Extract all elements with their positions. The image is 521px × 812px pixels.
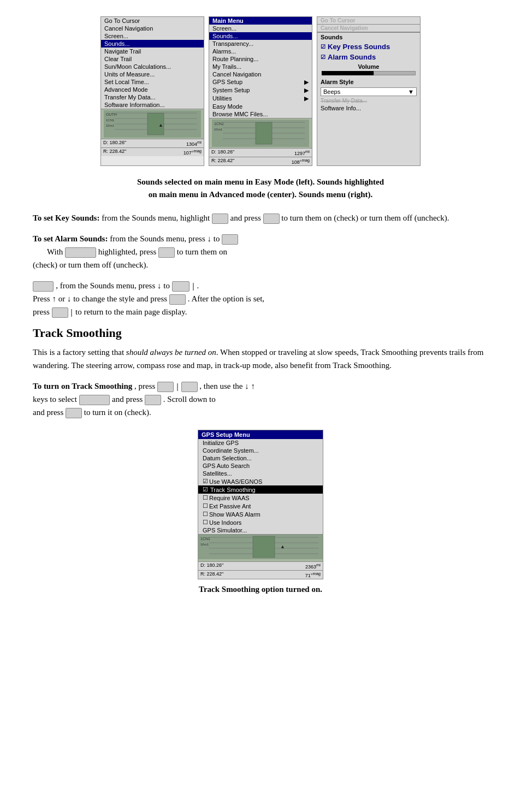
alarm-btn1: [222, 234, 238, 245]
svg-text:▲: ▲: [158, 122, 163, 128]
alarm-highlighted: highlighted, press: [98, 247, 157, 256]
turn-on-btn5: [66, 408, 82, 419]
turn-on-btn3: [79, 395, 110, 406]
alarm-btn2: [65, 247, 96, 258]
gps-item-track-smoothing: ☑ Track Smoothing: [198, 485, 323, 494]
gps-caption: Track Smoothing option turned on.: [33, 585, 488, 594]
caption-line1: Sounds selected on main menu in Easy Mod…: [33, 176, 488, 188]
key-sounds-and-press: and press: [230, 214, 263, 222]
alarm-sounds-checkbox: ☑: [321, 54, 325, 60]
sounds-grayed-cancel: Cancel Navigation: [317, 25, 420, 32]
left-menu-item-units: Units of Measure...: [101, 70, 204, 78]
turn-on-scroll: . Scroll down to: [163, 395, 216, 404]
turn-on-and-press2: and press: [33, 408, 63, 417]
key-sounds-btn1: [212, 214, 228, 224]
left-menu-item-nav: Navigate Trail: [101, 48, 204, 55]
track-smoothing-heading: Track Smoothing: [33, 326, 488, 340]
gps-screenshot-container: GPS Setup Menu Initialize GPS Coordinate…: [33, 430, 488, 579]
track-smoothing-turn-on: To turn on Track Smoothing , press , the…: [33, 380, 488, 419]
key-press-label: Key Press Sounds: [328, 43, 390, 51]
center-menu-item-browse: Browse MMC Files...: [209, 110, 312, 118]
turn-on-btn1: [157, 382, 174, 393]
alarm-sounds-text: from the Sounds menu, press ↓ to: [110, 234, 220, 243]
sounds-title: Sounds: [317, 32, 420, 42]
sounds-alarm: ☑ Alarm Sounds: [317, 52, 420, 62]
turn-on-check: to turn it on (check).: [84, 408, 151, 417]
center-menu-item-transparency: Transparency...: [209, 40, 312, 48]
gps-item-satellites: Satellites...: [198, 470, 323, 477]
center-menu-item-easy: Easy Mode: [209, 103, 312, 110]
gps-item-require-waas: ☐ Require WAAS: [198, 494, 323, 502]
ext-checkbox: ☐: [203, 502, 208, 509]
left-menu-item-sounds: Sounds...: [101, 40, 204, 48]
center-menu-footer: D: 180.26"1297mi: [209, 148, 312, 157]
track-smoothing-item-label: Track Smoothing: [210, 487, 256, 493]
right-sounds-menu: Go To Cursor Cancel Navigation Sounds ☑ …: [317, 16, 421, 166]
center-menu-map: 1CN1 10m1: [209, 118, 312, 148]
alarm-style-label: Alarm Style: [317, 78, 420, 86]
key-sounds-intro: To set Key Sounds:: [33, 214, 99, 222]
gps-item-auto: GPS Auto Search: [198, 462, 323, 470]
key-sounds-section: To set Key Sounds: from the Sounds menu,…: [33, 211, 488, 224]
screenshots-row: Go To Cursor Cancel Navigation Screen...…: [33, 16, 488, 166]
style-sep2: [71, 309, 72, 317]
gps-item-ext: ☐ Ext Passive Ant: [198, 502, 323, 510]
center-menu-item-gps: GPS Setup▶: [209, 78, 312, 86]
turn-on-btn2: [181, 382, 198, 393]
center-menu-screenshot: Main Menu Screen... Sounds... Transparen…: [209, 16, 312, 166]
style-sep1: [193, 283, 194, 291]
svg-text:16m1: 16m1: [200, 543, 209, 546]
svg-text:1CN1: 1CN1: [214, 122, 224, 126]
track-smoothing-italic: should always be turned on: [126, 348, 216, 357]
alarm-to: to: [177, 247, 185, 256]
sounds-key-press: ☑ Key Press Sounds: [317, 42, 420, 52]
center-menu-footer2: R: 228.42"108°mag: [209, 157, 312, 165]
key-press-checkbox: ☑: [321, 44, 325, 50]
svg-text:10m1: 10m1: [214, 128, 223, 131]
require-waas-checkbox: ☐: [203, 494, 208, 501]
gps-item-datum: Datum Selection...: [198, 454, 323, 462]
alarm-sounds-para: To set Alarm Sounds: from the Sounds men…: [33, 232, 488, 271]
sounds-grayed-goto: Go To Cursor: [317, 17, 420, 25]
svg-text:10m1: 10m1: [106, 124, 115, 127]
left-menu-map: OUTH 1CN1 10m1 ▲: [101, 109, 204, 139]
beeps-dropdown[interactable]: Beeps ▼: [321, 87, 417, 96]
center-menu-item-screen: Screen...: [209, 25, 312, 32]
alarm-btn3: [158, 247, 175, 258]
left-menu-screenshot: Go To Cursor Cancel Navigation Screen...…: [100, 16, 204, 166]
turn-on-press: , press: [134, 382, 155, 390]
gps-item-waas: ☑ Use WAAS/EGNOS: [198, 477, 323, 485]
key-sounds-para: To set Key Sounds: from the Sounds menu,…: [33, 211, 488, 224]
left-menu-footer: D: 180.26"1304mi: [101, 139, 204, 147]
transfer-grayed: Transfer My Data...: [317, 97, 420, 104]
track-smoothing-instructions: To turn on Track Smoothing , press , the…: [33, 380, 488, 419]
center-menu-item-sounds: Sounds...: [209, 32, 312, 40]
center-menu-item-route: Route Planning...: [209, 55, 312, 63]
gps-item-show-waas: ☐ Show WAAS Alarm: [198, 510, 323, 518]
gps-item-simulator: GPS Simulator...: [198, 526, 323, 534]
key-sounds-text: from the Sounds menu, highlight: [102, 214, 210, 222]
alarm-sounds-label: Alarm Sounds: [328, 53, 376, 61]
svg-text:1CN1: 1CN1: [106, 118, 115, 122]
software-info: Software Info...: [317, 104, 420, 112]
volume-bar-empty: [374, 71, 416, 75]
style-return: to return to the main page display.: [75, 307, 187, 316]
screenshot-caption: Sounds selected on main menu in Easy Mod…: [33, 176, 488, 200]
left-menu-footer2: R: 228.42"107°mag: [101, 147, 204, 156]
key-sounds-to: to turn them on (check) or turn them off…: [281, 214, 449, 222]
volume-label: Volume: [317, 62, 420, 71]
track-smoothing-checkbox: ☑: [203, 486, 208, 493]
caption-line2: on main menu in Advanced mode (center). …: [33, 188, 488, 201]
left-menu-item-time: Set Local Time...: [101, 78, 204, 86]
style-press: Press ↑ or ↓ to change the style and pre…: [33, 294, 167, 303]
center-menu-item-alarms: Alarms...: [209, 48, 312, 55]
center-menu-item-cancel: Cancel Navigation: [209, 70, 312, 78]
turn-on-and-press: and press: [112, 395, 143, 404]
center-menu-title: Main Menu: [209, 17, 312, 25]
turn-on-sep: [177, 383, 178, 391]
style-btn3: [169, 294, 186, 305]
alarm-sounds-intro: To set Alarm Sounds:: [33, 234, 108, 243]
alarm-sounds-br: With: [33, 247, 63, 256]
svg-text:▲: ▲: [280, 544, 285, 549]
track-smoothing-para1: This is a factory setting that should al…: [33, 346, 488, 372]
